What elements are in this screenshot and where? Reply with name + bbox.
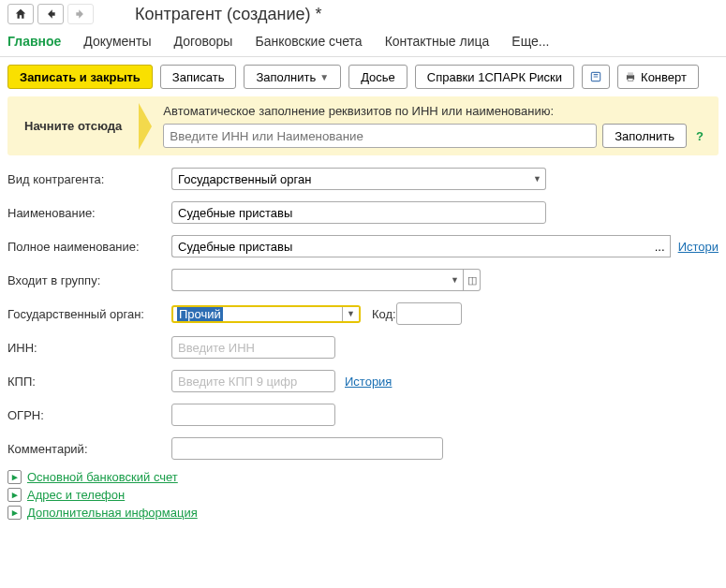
expand-extra[interactable]: ▸ (7, 506, 22, 520)
gov-field[interactable]: Прочий (177, 307, 223, 321)
gov-field-wrap: Прочий ▼ (171, 305, 361, 323)
gov-dropdown[interactable]: ▼ (342, 307, 359, 321)
svg-rect-2 (628, 72, 633, 75)
attach-icon (589, 70, 602, 83)
code-field[interactable] (396, 302, 462, 325)
expand-bank[interactable]: ▸ (7, 470, 22, 484)
name-label: Наименование: (7, 206, 171, 220)
address-link[interactable]: Адрес и телефон (27, 488, 125, 502)
arrow-right-icon (74, 7, 87, 21)
type-label: Вид контрагента: (7, 172, 171, 186)
type-dropdown[interactable]: ▼ (529, 168, 546, 190)
inn-label: ИНН: (7, 341, 171, 355)
toolbar: Записать и закрыть Записать Заполнить▼ Д… (0, 57, 726, 96)
arrow-right-icon (139, 103, 152, 150)
fullname-label: Полное наименование: (7, 240, 171, 254)
history-link[interactable]: Истори (678, 240, 719, 254)
kpp-label: КПП: (7, 375, 171, 389)
save-button[interactable]: Записать (160, 65, 237, 89)
fill-button[interactable]: Заполнить▼ (244, 65, 341, 89)
start-here-label: Начните отсюда (7, 96, 139, 155)
kpp-history-link[interactable]: История (345, 375, 392, 389)
gov-label: Государственный орган: (7, 307, 171, 321)
expand-address[interactable]: ▸ (7, 488, 22, 502)
spark-button[interactable]: Справки 1СПАРК Риски (415, 65, 574, 89)
autofill-input[interactable] (163, 124, 597, 148)
save-close-button[interactable]: Записать и закрыть (7, 65, 153, 89)
tabs: Главное Документы Договоры Банковские сч… (0, 28, 726, 57)
group-dropdown[interactable]: ▼ (447, 269, 464, 291)
tab-more[interactable]: Еще... (511, 34, 549, 49)
comment-field[interactable] (171, 437, 443, 460)
arrow-left-icon (44, 7, 57, 21)
fullname-open[interactable]: ... (650, 235, 671, 257)
bank-link[interactable]: Основной банковский счет (27, 470, 178, 484)
inn-field[interactable] (171, 336, 335, 359)
help-icon[interactable]: ? (692, 129, 707, 143)
tab-main[interactable]: Главное (7, 34, 61, 49)
back-button[interactable] (37, 4, 64, 24)
printer-icon (624, 70, 637, 83)
tab-contacts[interactable]: Контактные лица (385, 34, 490, 49)
group-open[interactable]: ◫ (464, 269, 481, 291)
code-label: Код: (372, 307, 396, 321)
fullname-field[interactable] (171, 235, 650, 257)
convert-button[interactable]: Конверт (617, 65, 699, 89)
home-button[interactable] (7, 4, 34, 24)
chevron-down-icon: ▼ (319, 72, 329, 82)
page-title: Контрагент (создание) * (135, 5, 321, 24)
svg-rect-3 (628, 79, 633, 81)
group-label: Входит в группу: (7, 273, 171, 287)
home-icon (14, 7, 27, 21)
tab-bank[interactable]: Банковские счета (255, 34, 362, 49)
kpp-field[interactable] (171, 370, 335, 392)
name-field[interactable] (171, 201, 546, 224)
extra-link[interactable]: Дополнительная информация (27, 506, 198, 520)
ogrn-label: ОГРН: (7, 408, 171, 422)
tab-contracts[interactable]: Договоры (174, 34, 233, 49)
autofill-button[interactable]: Заполнить (602, 124, 687, 148)
forward-button[interactable] (67, 4, 94, 24)
type-field[interactable] (171, 168, 529, 190)
group-field[interactable] (171, 269, 447, 291)
start-here-box: Начните отсюда Автоматическое заполнение… (7, 96, 719, 155)
tab-documents[interactable]: Документы (83, 34, 151, 49)
ogrn-field[interactable] (171, 404, 335, 426)
autofill-text: Автоматическое заполнение реквизитов по … (163, 104, 707, 118)
dossier-button[interactable]: Досье (348, 65, 407, 89)
attach-button[interactable] (582, 65, 610, 89)
comment-label: Комментарий: (7, 442, 171, 456)
